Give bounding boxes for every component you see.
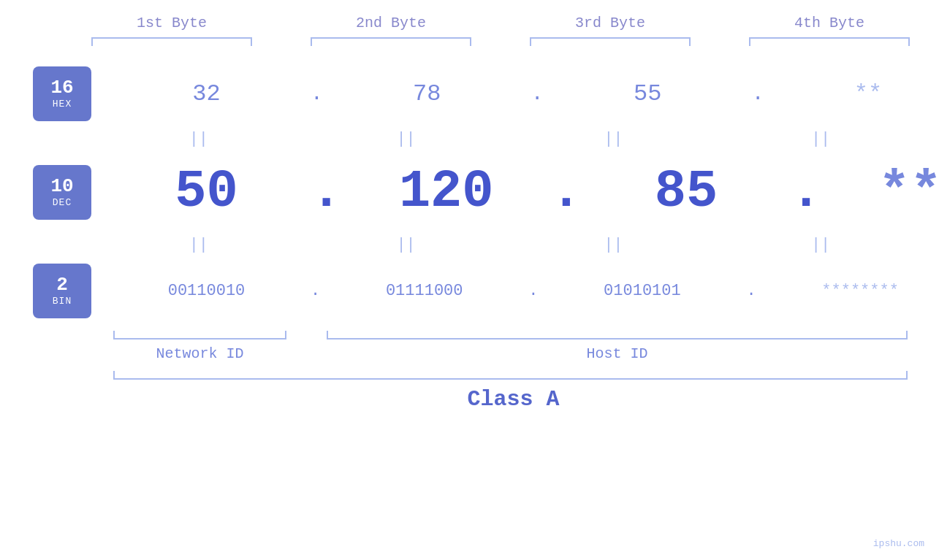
- byte1-label: 1st Byte: [72, 15, 273, 31]
- byte2-label: 2nd Byte: [291, 15, 492, 31]
- bin-base-name: BIN: [53, 296, 72, 307]
- hex-values-row: 32 . 78 . 55 . **: [91, 80, 939, 107]
- top-brackets-row: [62, 37, 939, 46]
- bin-cell-2: 01111000: [324, 282, 525, 300]
- dec-row: 10 DEC 50 . 120 . 85 . ***: [0, 152, 939, 232]
- eq-1-1: ||: [98, 130, 299, 148]
- bin-row: 2 BIN 00110010 . 01111000 . 01010101 . *…: [0, 258, 939, 323]
- bin-cell-3: 01010101: [541, 282, 742, 300]
- bin-cell-1: 00110010: [106, 282, 307, 300]
- bracket-4: [749, 37, 910, 46]
- hex-val-4: **: [854, 80, 882, 107]
- hex-val-3: 55: [634, 80, 661, 107]
- hex-base-number: 16: [50, 77, 73, 99]
- bin-dot-1: .: [311, 282, 320, 300]
- bin-dot-2: .: [528, 282, 538, 300]
- byte3-label: 3rd Byte: [510, 15, 711, 31]
- hex-cell-2: 78: [327, 80, 528, 107]
- hex-row: 16 HEX 32 . 78 . 55 . **: [0, 61, 939, 126]
- equals-row-2: || || || ||: [0, 232, 939, 258]
- long-bracket: [113, 371, 908, 380]
- dec-dot-3: .: [790, 162, 821, 222]
- spacer-bin-1: [286, 331, 327, 340]
- bin-val-3: 01010101: [604, 282, 681, 300]
- hex-val-1: 32: [192, 80, 220, 107]
- dec-badge: 10 DEC: [33, 165, 91, 220]
- eq-2-4: ||: [721, 236, 921, 254]
- hex-cell-1: 32: [106, 80, 307, 107]
- dec-val-1: 50: [175, 162, 237, 222]
- bin-val-2: 01111000: [386, 282, 463, 300]
- eq-2-3: ||: [513, 236, 714, 254]
- network-id-text: Network ID: [156, 345, 243, 362]
- bin-dot-3: .: [746, 282, 756, 300]
- dec-cell-1: 50: [106, 162, 307, 222]
- eq-1-2: ||: [305, 130, 506, 148]
- bin-cell-4: ********: [760, 282, 939, 300]
- network-id-label: Network ID: [113, 345, 286, 362]
- dec-base-number: 10: [50, 176, 73, 197]
- bracket-1: [91, 37, 252, 46]
- dec-dot-1: .: [311, 162, 342, 222]
- hex-cell-3: 55: [547, 80, 748, 107]
- bracket-3: [530, 37, 691, 46]
- equals-row-1: || || || ||: [0, 126, 939, 152]
- eq-1-3: ||: [513, 130, 714, 148]
- hex-dot-3: .: [752, 83, 764, 105]
- dec-base-name: DEC: [53, 197, 72, 208]
- dec-dot-2: .: [550, 162, 582, 222]
- dec-cell-3: 85: [585, 162, 786, 222]
- hex-cell-4: **: [767, 80, 939, 107]
- hex-base-name: HEX: [53, 99, 72, 110]
- dec-val-4: ***: [878, 162, 939, 222]
- main-container: 1st Byte 2nd Byte 3rd Byte 4th Byte 16 H…: [0, 0, 939, 560]
- host-bin-bracket: [327, 331, 908, 340]
- dec-val-2: 120: [399, 162, 494, 222]
- bracket-2: [311, 37, 471, 46]
- eq-1-4: ||: [721, 130, 921, 148]
- id-labels-row: Network ID Host ID: [0, 345, 939, 362]
- header-row: 1st Byte 2nd Byte 3rd Byte 4th Byte: [62, 15, 939, 31]
- hex-badge: 16 HEX: [33, 66, 91, 121]
- bottom-section: Network ID Host ID Class A: [0, 327, 939, 412]
- bin-badge: 2 BIN: [33, 264, 91, 318]
- long-bracket-container: [0, 371, 939, 380]
- network-bin-bracket: [113, 331, 286, 340]
- host-id-label: Host ID: [327, 345, 908, 362]
- dec-cell-2: 120: [346, 162, 547, 222]
- watermark: ipshu.com: [873, 538, 924, 549]
- hex-dot-1: .: [311, 83, 323, 105]
- byte4-label: 4th Byte: [729, 15, 930, 31]
- bin-base-number: 2: [56, 275, 68, 296]
- dec-cell-4: ***: [826, 162, 939, 222]
- host-id-text: Host ID: [586, 345, 647, 362]
- hex-val-2: 78: [413, 80, 441, 107]
- bin-brackets-row: [0, 331, 939, 340]
- eq-2-1: ||: [98, 236, 299, 254]
- hex-dot-2: .: [531, 83, 544, 105]
- class-label-container: Class A: [0, 387, 939, 412]
- eq-2-2: ||: [305, 236, 506, 254]
- spacer-lbl-1: [286, 345, 327, 362]
- class-label: Class A: [116, 387, 911, 412]
- bin-values-row: 00110010 . 01111000 . 01010101 . *******…: [91, 282, 939, 300]
- dec-val-3: 85: [655, 162, 718, 222]
- bin-val-4: ********: [821, 282, 899, 300]
- bin-val-1: 00110010: [168, 282, 246, 300]
- dec-values-row: 50 . 120 . 85 . ***: [91, 162, 939, 222]
